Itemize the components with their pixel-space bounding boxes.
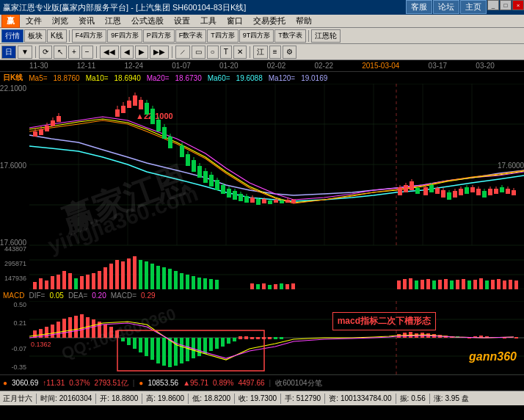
- tb-quotes[interactable]: 行情: [1, 29, 23, 43]
- tb-tnum[interactable]: T数字表: [274, 29, 306, 43]
- tb-next[interactable]: ▶: [135, 46, 148, 59]
- svg-rect-137: [33, 282, 37, 289]
- amp-value: 0.56: [411, 394, 425, 402]
- tb-prev-period[interactable]: ◀◀: [100, 46, 119, 59]
- main-chart: 22.1000 17.6000 17.6000 17.6000 ▲22.1000: [0, 84, 524, 245]
- toolbar-1: 行情 板块 K线 F4四方形 9F四方形 P四方形 F数字表 T四方形 9T四方…: [0, 28, 524, 44]
- macd-panel-label: MACD: [3, 292, 24, 300]
- menu-browse[interactable]: 浏览: [48, 15, 73, 27]
- svg-rect-239: [209, 338, 213, 351]
- svg-rect-193: [491, 280, 495, 289]
- menu-tools[interactable]: 工具: [196, 15, 221, 27]
- menu-gann[interactable]: 江恩: [101, 15, 125, 27]
- tb-more-tools[interactable]: ≡: [269, 46, 281, 59]
- svg-text:295871: 295871: [4, 260, 26, 267]
- svg-rect-103: [435, 188, 440, 194]
- menu-info[interactable]: 资讯: [74, 15, 99, 27]
- svg-rect-146: [86, 275, 90, 289]
- svg-text:-0.07: -0.07: [11, 345, 26, 352]
- svg-rect-113: [465, 187, 469, 194]
- svg-rect-67: [227, 189, 231, 198]
- svg-rect-194: [497, 279, 501, 289]
- index2-pct: 0.89%: [213, 379, 233, 387]
- svg-rect-219: [92, 319, 95, 338]
- svg-rect-47: [162, 127, 167, 139]
- svg-rect-153: [127, 258, 131, 289]
- svg-rect-245: [244, 336, 248, 339]
- tb-refresh[interactable]: ⟳: [39, 46, 52, 59]
- tb-draw-rect[interactable]: ▭: [192, 46, 205, 59]
- count-label: 盘: [462, 394, 469, 404]
- svg-rect-162: [180, 273, 183, 289]
- menu-settings[interactable]: 设置: [170, 15, 194, 27]
- date-axis: 11-30 12-11 12-24 01-07 01-20 02-02 02-2…: [0, 60, 524, 72]
- date-label-3: 01-07: [172, 62, 191, 70]
- top-btn-home[interactable]: 主页: [460, 0, 487, 14]
- menu-help[interactable]: 帮助: [291, 15, 316, 27]
- svg-rect-237: [197, 338, 201, 356]
- svg-rect-151: [115, 260, 119, 289]
- svg-rect-159: [162, 267, 166, 289]
- menu-win[interactable]: 赢: [1, 14, 20, 28]
- hand-label: 手:: [285, 394, 294, 404]
- svg-rect-145: [80, 276, 84, 289]
- tb-t4[interactable]: T四方形: [207, 29, 239, 43]
- capital-value: 1001334784.00: [341, 394, 392, 402]
- menu-trade[interactable]: 交易委托: [249, 15, 290, 27]
- menu-file[interactable]: 文件: [21, 15, 46, 27]
- menu-formula[interactable]: 公式选股: [127, 15, 168, 27]
- tb-gann-tools[interactable]: 江: [253, 46, 268, 59]
- dif-value: 0.05: [49, 292, 63, 300]
- sep2: [308, 30, 309, 42]
- svg-rect-244: [239, 336, 242, 339]
- svg-rect-75: [250, 198, 255, 203]
- svg-rect-155: [139, 260, 142, 289]
- tb-period-day[interactable]: 日: [1, 46, 16, 59]
- svg-rect-27: [51, 120, 55, 126]
- tb-zoom-in[interactable]: +: [68, 46, 80, 59]
- change-value: 3.95: [445, 394, 459, 402]
- tb-9t[interactable]: 9T四方形: [239, 29, 274, 43]
- svg-rect-138: [39, 278, 43, 289]
- menu-window[interactable]: 窗口: [222, 15, 247, 27]
- tb-draw-text[interactable]: T: [220, 46, 232, 59]
- tb-clear[interactable]: ✕: [233, 46, 247, 59]
- tb-cursor[interactable]: ↖: [54, 46, 67, 59]
- svg-rect-77: [256, 199, 261, 205]
- tb-kline[interactable]: K线: [47, 29, 67, 43]
- svg-rect-188: [462, 279, 465, 289]
- svg-rect-25: [45, 126, 49, 131]
- tb-prev[interactable]: ◀: [120, 46, 134, 59]
- svg-rect-152: [121, 261, 125, 289]
- top-btn-customer[interactable]: 客服: [406, 0, 432, 14]
- svg-rect-212: [51, 325, 54, 338]
- top-btn-forum[interactable]: 论坛: [433, 0, 459, 14]
- tb-gann-wheel[interactable]: 江恩轮: [311, 29, 341, 43]
- tb-draw-line[interactable]: ⟋: [175, 46, 190, 59]
- date-label-7: 2015-03-04: [362, 62, 399, 70]
- tb-zoom-out[interactable]: −: [81, 46, 93, 59]
- tb-p4[interactable]: P四方形: [143, 29, 175, 43]
- svg-rect-192: [485, 280, 489, 289]
- tb-f4[interactable]: F4四方形: [72, 29, 107, 43]
- svg-text:17.6000: 17.6000: [0, 162, 26, 170]
- svg-rect-111: [459, 189, 463, 195]
- win-minimize[interactable]: _: [487, 0, 499, 10]
- tb-fnum[interactable]: F数字表: [175, 29, 207, 43]
- svg-rect-63: [215, 180, 219, 190]
- tb-sectors[interactable]: 板块: [24, 29, 46, 43]
- index1-icon: ●: [3, 379, 7, 387]
- tb-draw-circle[interactable]: ○: [207, 46, 219, 59]
- tb-settings[interactable]: ⚙: [283, 46, 296, 59]
- svg-rect-119: [482, 191, 487, 198]
- svg-rect-109: [453, 191, 457, 198]
- tb-next-period[interactable]: ▶▶: [150, 46, 169, 59]
- svg-rect-45: [156, 120, 161, 131]
- index1-amount: 2793.51亿: [95, 378, 128, 388]
- tb-period-dropdown[interactable]: ▼: [18, 46, 32, 59]
- win-close[interactable]: ×: [512, 0, 524, 10]
- tb-9f[interactable]: 9F四方形: [107, 29, 142, 43]
- svg-rect-95: [410, 181, 414, 190]
- win-maximize[interactable]: □: [500, 0, 512, 10]
- macd-value: 0.29: [141, 292, 155, 300]
